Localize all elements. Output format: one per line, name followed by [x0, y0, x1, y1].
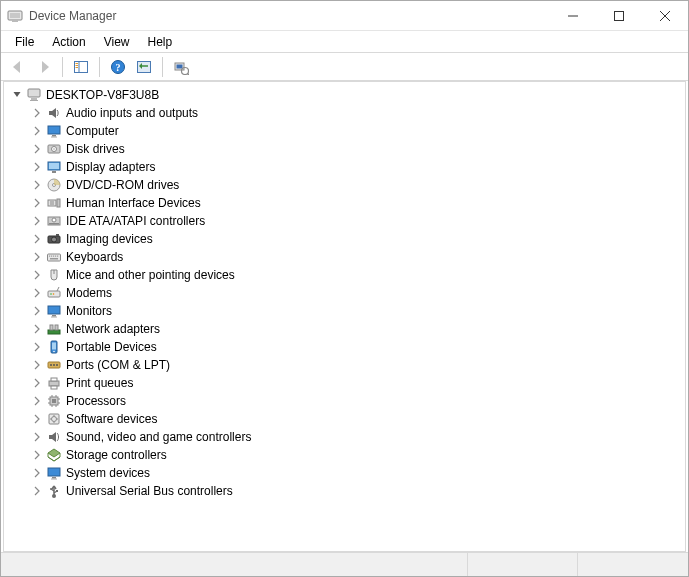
svg-rect-84 [48, 468, 60, 476]
toolbar-show-hide-tree-button[interactable] [70, 56, 92, 78]
svg-rect-25 [51, 137, 57, 138]
tree-node[interactable]: Sound, video and game controllers [6, 428, 683, 446]
tree-node[interactable]: Network adapters [6, 320, 683, 338]
tree-node[interactable]: Human Interface Devices [6, 194, 683, 212]
chevron-right-icon[interactable] [30, 124, 44, 138]
chevron-right-icon[interactable] [30, 412, 44, 426]
network-icon [46, 321, 62, 337]
maximize-button[interactable] [596, 1, 642, 31]
svg-rect-9 [76, 63, 79, 64]
chevron-right-icon[interactable] [30, 376, 44, 390]
minimize-button[interactable] [550, 1, 596, 31]
menu-view[interactable]: View [96, 33, 138, 51]
tree-node[interactable]: Imaging devices [6, 230, 683, 248]
chevron-right-icon[interactable] [30, 196, 44, 210]
chevron-right-icon[interactable] [30, 304, 44, 318]
svg-rect-48 [55, 256, 56, 257]
chevron-right-icon[interactable] [30, 268, 44, 282]
svg-rect-70 [51, 378, 57, 381]
svg-point-64 [53, 351, 55, 353]
chevron-right-icon[interactable] [30, 160, 44, 174]
svg-rect-20 [28, 89, 40, 97]
storage-icon [46, 447, 62, 463]
chevron-right-icon[interactable] [30, 232, 44, 246]
chevron-right-icon[interactable] [30, 178, 44, 192]
toolbar-back-button[interactable] [7, 56, 29, 78]
tree-node[interactable]: Modems [6, 284, 683, 302]
chevron-right-icon[interactable] [30, 106, 44, 120]
toolbar-scan-hardware-button[interactable] [170, 56, 192, 78]
chevron-down-icon[interactable] [10, 88, 24, 102]
svg-rect-11 [76, 67, 79, 68]
tree-node[interactable]: Computer [6, 122, 683, 140]
tree-node[interactable]: DVD/CD-ROM drives [6, 176, 683, 194]
chevron-right-icon[interactable] [30, 466, 44, 480]
toolbar-show-hidden-button[interactable] [133, 56, 155, 78]
computer-icon [26, 87, 42, 103]
svg-rect-2 [12, 20, 18, 22]
usb-icon [46, 483, 62, 499]
tree-node[interactable]: Processors [6, 392, 683, 410]
svg-line-19 [188, 73, 190, 75]
chevron-right-icon[interactable] [30, 142, 44, 156]
chevron-right-icon[interactable] [30, 340, 44, 354]
svg-point-18 [182, 67, 189, 74]
tree-node-label: IDE ATA/ATAPI controllers [66, 214, 205, 228]
chevron-right-icon[interactable] [30, 322, 44, 336]
statusbar-section-2 [468, 553, 578, 576]
keyboard-icon [46, 249, 62, 265]
svg-point-67 [53, 364, 55, 366]
tree-node[interactable]: Display adapters [6, 158, 683, 176]
cpu-icon [46, 393, 62, 409]
tree-node-label: Monitors [66, 304, 112, 318]
tree-node-label: Universal Serial Bus controllers [66, 484, 233, 498]
chevron-right-icon[interactable] [30, 430, 44, 444]
tree-node-label: Mice and other pointing devices [66, 268, 235, 282]
device-tree[interactable]: DESKTOP-V8F3U8B Audio inputs and outputs… [3, 81, 686, 552]
chevron-right-icon[interactable] [30, 286, 44, 300]
tree-node[interactable]: Universal Serial Bus controllers [6, 482, 683, 500]
svg-rect-30 [49, 163, 59, 169]
menu-file[interactable]: File [7, 33, 42, 51]
svg-rect-60 [50, 325, 53, 330]
tree-node[interactable]: Portable Devices [6, 338, 683, 356]
tree-node-label: Processors [66, 394, 126, 408]
modem-icon [46, 285, 62, 301]
tree-node[interactable]: Mice and other pointing devices [6, 266, 683, 284]
software-icon [46, 411, 62, 427]
svg-rect-39 [49, 223, 59, 225]
tree-node[interactable]: Software devices [6, 410, 683, 428]
chevron-right-icon[interactable] [30, 358, 44, 372]
chevron-right-icon[interactable] [30, 214, 44, 228]
tree-node[interactable]: IDE ATA/ATAPI controllers [6, 212, 683, 230]
tree-node-label: DVD/CD-ROM drives [66, 178, 179, 192]
toolbar-forward-button[interactable] [33, 56, 55, 78]
svg-rect-50 [50, 258, 58, 260]
tree-root-node[interactable]: DESKTOP-V8F3U8B [6, 86, 683, 104]
tree-node[interactable]: Ports (COM & LPT) [6, 356, 683, 374]
svg-rect-59 [48, 330, 60, 334]
tree-node[interactable]: System devices [6, 464, 683, 482]
tree-node[interactable]: Storage controllers [6, 446, 683, 464]
app-icon [7, 8, 23, 24]
statusbar-section-3 [578, 553, 688, 576]
tree-node[interactable]: Audio inputs and outputs [6, 104, 683, 122]
dvd-icon [46, 177, 62, 193]
chevron-right-icon[interactable] [30, 250, 44, 264]
toolbar-help-button[interactable]: ? [107, 56, 129, 78]
tree-node[interactable]: Keyboards [6, 248, 683, 266]
toolbar: ? [1, 53, 688, 81]
tree-node[interactable]: Print queues [6, 374, 683, 392]
tree-node[interactable]: Disk drives [6, 140, 683, 158]
toolbar-separator [62, 57, 63, 77]
close-button[interactable] [642, 1, 688, 31]
chevron-right-icon[interactable] [30, 394, 44, 408]
chevron-right-icon[interactable] [30, 484, 44, 498]
menu-help[interactable]: Help [140, 33, 181, 51]
chevron-right-icon[interactable] [30, 448, 44, 462]
tree-node[interactable]: Monitors [6, 302, 683, 320]
ide-icon [46, 213, 62, 229]
svg-rect-49 [57, 256, 58, 257]
menu-action[interactable]: Action [44, 33, 93, 51]
svg-rect-1 [10, 13, 20, 18]
